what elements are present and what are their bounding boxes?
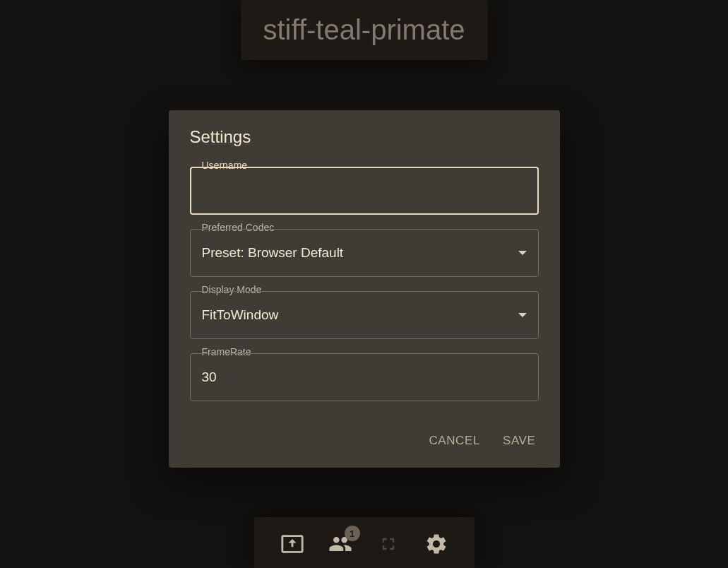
fullscreen-icon [378, 534, 398, 557]
framerate-field-wrapper: FrameRate [190, 353, 539, 401]
codec-field-wrapper: Preferred Codec Preset: Browser Default [190, 229, 539, 277]
dropdown-arrow-icon [518, 251, 527, 255]
username-outline [190, 167, 539, 215]
codec-value: Preset: Browser Default [202, 245, 513, 261]
dialog-actions: CANCEL SAVE [190, 430, 539, 452]
participants-badge: 1 [345, 526, 360, 541]
display-mode-select[interactable]: FitToWindow [190, 291, 539, 339]
cancel-button[interactable]: CANCEL [426, 430, 483, 452]
present-to-all-icon [280, 532, 304, 559]
gear-icon [424, 532, 448, 559]
dialog-title: Settings [190, 127, 539, 147]
framerate-input[interactable] [202, 369, 527, 385]
bottom-toolbar: 1 [254, 517, 475, 568]
save-button[interactable]: SAVE [500, 430, 539, 452]
display-mode-field-wrapper: Display Mode FitToWindow [190, 291, 539, 339]
username-field-wrapper: Username [190, 167, 539, 215]
username-input[interactable] [203, 183, 526, 199]
display-mode-value: FitToWindow [202, 307, 513, 323]
codec-select[interactable]: Preset: Browser Default [190, 229, 539, 277]
settings-button[interactable] [422, 531, 450, 560]
fullscreen-button[interactable] [374, 531, 402, 560]
dropdown-arrow-icon [518, 313, 527, 317]
session-title-chip: stiff-teal-primate [240, 0, 487, 60]
share-screen-button[interactable] [278, 531, 306, 560]
framerate-outline [190, 353, 539, 401]
settings-dialog: Settings Username Preferred Codec Preset… [169, 110, 560, 468]
participants-button[interactable]: 1 [326, 531, 354, 560]
session-name: stiff-teal-primate [263, 14, 465, 45]
